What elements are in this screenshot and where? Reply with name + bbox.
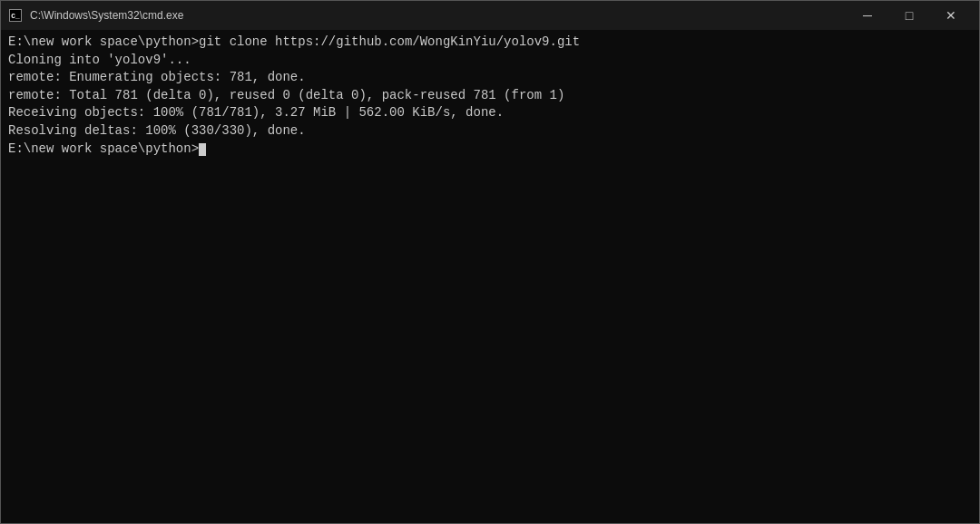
window-title: C:\Windows\System32\cmd.exe	[30, 9, 183, 22]
close-button[interactable]: ✕	[930, 1, 972, 30]
terminal-body[interactable]: E:\new work space\python>git clone https…	[1, 30, 979, 523]
title-bar-left: C_ C:\Windows\System32\cmd.exe	[8, 8, 183, 23]
terminal-line: remote: Enumerating objects: 781, done.	[8, 69, 972, 87]
restore-button[interactable]: □	[888, 1, 930, 30]
terminal-line: Resolving deltas: 100% (330/330), done.	[8, 122, 972, 141]
terminal-line: Receiving objects: 100% (781/781), 3.27 …	[8, 104, 972, 122]
cmd-window: C_ C:\Windows\System32\cmd.exe ─ □ ✕ E:\…	[0, 0, 980, 524]
terminal-line: Cloning into 'yolov9'...	[8, 52, 972, 70]
cursor	[199, 143, 206, 156]
terminal-line: E:\new work space\python>	[8, 141, 972, 159]
terminal-line: remote: Total 781 (delta 0), reused 0 (d…	[8, 87, 972, 105]
cmd-icon: C_	[8, 8, 23, 23]
window-controls: ─ □ ✕	[847, 1, 972, 30]
minimize-button[interactable]: ─	[847, 1, 888, 30]
title-bar: C_ C:\Windows\System32\cmd.exe ─ □ ✕	[1, 1, 979, 30]
terminal-line: E:\new work space\python>git clone https…	[8, 34, 972, 52]
